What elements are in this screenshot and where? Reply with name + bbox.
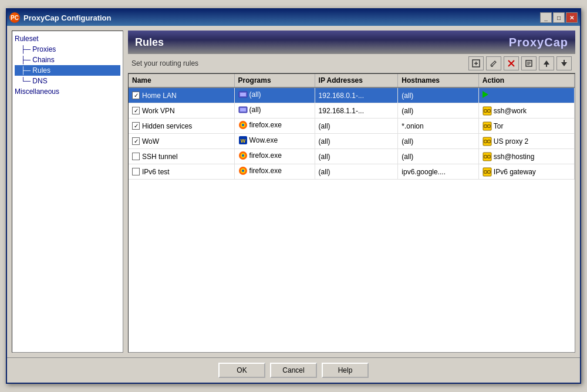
sidebar-item-chains[interactable]: ├─ Chains	[15, 55, 120, 65]
cell-ip: 192.168.1.1-...	[315, 103, 398, 119]
rule-checkbox[interactable]	[132, 107, 140, 114]
cell-hostnames: (all)	[398, 149, 479, 164]
cell-ip: (all)	[315, 134, 398, 149]
cell-hostnames: (all)	[398, 134, 479, 149]
chain-action: US proxy 2	[483, 137, 571, 146]
sidebar-item-miscellaneous[interactable]: Miscellaneous	[15, 86, 120, 97]
rule-checkbox[interactable]	[132, 137, 140, 145]
col-header-ip: IP Addresses	[315, 74, 398, 87]
cell-action: ssh@hosting	[478, 149, 574, 164]
title-bar: PC ProxyCap Configuration _ □ ✕	[7, 9, 580, 26]
chain-icon	[483, 137, 492, 146]
table-row[interactable]: WoWW Wow.exe(all)(all)US proxy 2	[129, 134, 575, 149]
cell-programs: W Wow.exe	[234, 134, 315, 149]
action-label: ssh@work	[494, 107, 527, 115]
delete-rule-button[interactable]	[504, 56, 519, 70]
rule-name: Home LAN	[142, 92, 177, 100]
cell-ip: (all)	[315, 164, 398, 180]
move-down-button[interactable]	[556, 56, 572, 70]
sidebar-item-proxies[interactable]: ├─ Proxies	[15, 44, 120, 55]
chain-action: IPv6 gateway	[483, 167, 571, 177]
maximize-button[interactable]: □	[553, 12, 565, 23]
cell-name: SSH tunnel	[129, 149, 234, 164]
rule-checkbox[interactable]	[132, 168, 140, 175]
chain-action: ssh@hosting	[483, 152, 571, 161]
cell-programs: firefox.exe	[234, 119, 315, 134]
chain-action: Tor	[483, 121, 571, 131]
rule-checkbox[interactable]	[132, 153, 140, 160]
cell-action: US proxy 2	[478, 134, 574, 149]
svg-marker-10	[544, 60, 549, 65]
wow-icon: W Wow.exe	[238, 136, 278, 145]
table-row[interactable]: Work VPN (all)192.168.1.1-...(all)ssh@wo…	[129, 103, 575, 119]
col-header-programs: Programs	[234, 74, 315, 87]
rules-table: Name Programs IP Addresses Hostnames Act…	[129, 74, 575, 180]
ok-button[interactable]: OK	[218, 363, 265, 378]
chain-icon	[483, 167, 492, 177]
rule-name: SSH tunnel	[142, 153, 178, 161]
svg-rect-15	[240, 93, 246, 96]
panel-brand: ProxyCap	[509, 36, 568, 49]
cell-programs: firefox.exe	[234, 149, 315, 164]
col-header-action: Action	[478, 74, 574, 87]
minimize-button[interactable]: _	[540, 12, 552, 23]
help-button[interactable]: Help	[322, 363, 369, 378]
toolbar-subtitle: Set your routing rules	[131, 59, 466, 67]
rule-checkbox[interactable]	[132, 92, 140, 99]
cell-programs: firefox.exe	[234, 164, 315, 180]
programs-all-icon: (all)	[238, 105, 261, 114]
bottom-bar: OK Cancel Help	[7, 357, 580, 383]
new-rule-button[interactable]	[468, 56, 484, 70]
cell-hostnames: *.onion	[398, 119, 479, 134]
main-window: PC ProxyCap Configuration _ □ ✕ Ruleset …	[6, 8, 581, 384]
main-panel: Rules ProxyCap Set your routing rules	[128, 31, 575, 353]
cell-programs: (all)	[234, 87, 315, 103]
cell-name: Work VPN	[129, 103, 234, 119]
properties-button[interactable]	[521, 56, 537, 70]
table-row[interactable]: IPv6 test firefox.exe(all)ipv6.google...…	[129, 164, 575, 180]
move-up-button[interactable]	[539, 56, 554, 70]
firefox-icon: firefox.exe	[238, 120, 282, 130]
cancel-button[interactable]: Cancel	[270, 363, 317, 378]
svg-text:W: W	[240, 138, 245, 144]
title-buttons: _ □ ✕	[540, 12, 578, 23]
firefox-icon: firefox.exe	[238, 166, 282, 175]
sidebar-tree: Ruleset ├─ Proxies ├─ Chains ├─ Rules └─…	[15, 33, 120, 97]
programs-all-icon: (all)	[238, 90, 261, 99]
close-button[interactable]: ✕	[566, 12, 578, 23]
cell-ip: (all)	[315, 149, 398, 164]
svg-point-37	[242, 154, 244, 157]
panel-title: Rules	[135, 36, 164, 49]
content-area: Ruleset ├─ Proxies ├─ Chains ├─ Rules └─…	[7, 26, 580, 357]
cell-name: Home LAN	[129, 87, 234, 103]
rule-name: IPv6 test	[142, 168, 170, 176]
rule-checkbox[interactable]	[132, 122, 140, 130]
direct-arrow-icon	[483, 91, 488, 98]
edit-rule-button[interactable]	[486, 56, 501, 70]
table-header-row: Name Programs IP Addresses Hostnames Act…	[129, 74, 575, 87]
svg-point-44	[242, 170, 244, 172]
cell-ip: 192.168.0.1-...	[315, 87, 398, 103]
firefox-icon: firefox.exe	[238, 151, 282, 160]
cell-programs: (all)	[234, 103, 315, 119]
cell-name: Hidden services	[129, 119, 234, 134]
action-label: US proxy 2	[494, 137, 528, 146]
cell-name: IPv6 test	[129, 164, 234, 180]
cell-ip: (all)	[315, 119, 398, 134]
svg-rect-17	[240, 108, 246, 111]
cell-hostnames: (all)	[398, 87, 479, 103]
svg-rect-11	[546, 65, 547, 67]
rule-name: Hidden services	[142, 122, 192, 130]
window-title: ProxyCap Configuration	[23, 13, 112, 22]
chain-icon	[483, 152, 492, 161]
chain-action: ssh@work	[483, 106, 571, 116]
svg-marker-12	[561, 62, 567, 66]
table-row[interactable]: Home LAN (all)192.168.0.1-...(all)	[129, 87, 575, 103]
sidebar: Ruleset ├─ Proxies ├─ Chains ├─ Rules └─…	[12, 31, 123, 353]
sidebar-item-ruleset[interactable]: Ruleset	[15, 33, 120, 44]
sidebar-item-dns[interactable]: └─ DNS	[15, 76, 120, 86]
sidebar-item-rules[interactable]: ├─ Rules	[15, 65, 120, 76]
table-row[interactable]: SSH tunnel firefox.exe(all)(all)ssh@host…	[129, 149, 575, 164]
table-row[interactable]: Hidden services firefox.exe(all)*.onionT…	[129, 119, 575, 134]
chain-icon	[483, 106, 492, 116]
